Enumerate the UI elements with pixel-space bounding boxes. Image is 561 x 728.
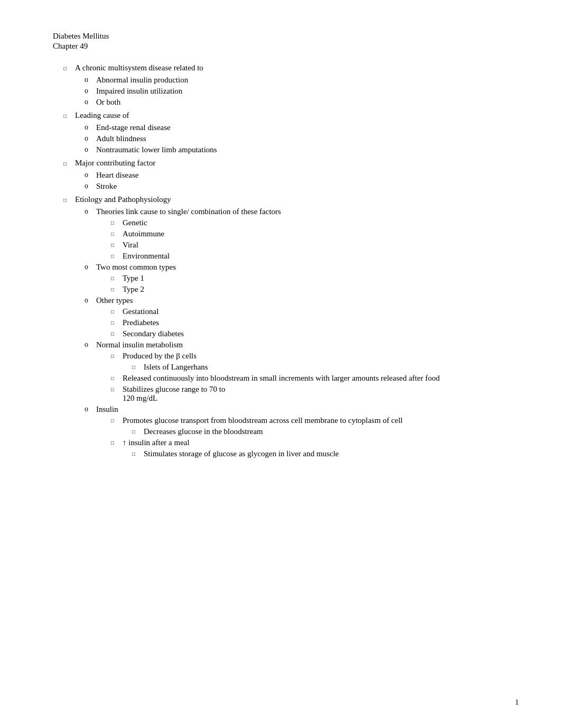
list-item: □ Promotes glucose transport from bloods…	[111, 416, 519, 425]
item-text: Theories link cause to single/ combinati…	[96, 207, 519, 216]
bullet-l2: o	[85, 171, 96, 180]
list-item: □ Viral	[111, 241, 519, 250]
item-text: Nontraumatic lower limb amputations	[96, 145, 519, 154]
list-item: □ Stabilizes glucose range to 70 to120 m…	[111, 385, 519, 403]
item-text: Autoimmune	[123, 229, 519, 238]
document-title: Diabetes Mellitus	[53, 32, 519, 41]
list-item: □ Leading cause of	[63, 111, 519, 120]
list-item: □ Gestational	[111, 307, 519, 316]
list-item: o Heart disease	[85, 171, 519, 180]
item-text: Other types	[96, 296, 519, 305]
bullet-l3: □	[111, 374, 123, 383]
list-item: o Stroke	[85, 182, 519, 191]
item-text: Secondary diabetes	[123, 329, 519, 338]
list-item: □ Produced by the β cells	[111, 352, 519, 361]
list-item: □ Type 2	[111, 285, 519, 294]
item-text: Prediabetes	[123, 318, 519, 327]
bullet-l3: □	[111, 318, 123, 327]
item-text: Islets of Langerhans	[144, 363, 519, 372]
section-text: Leading cause of	[75, 111, 519, 120]
bullet-l3: □	[111, 307, 123, 316]
list-item: □ Decreases glucose in the bloodstream	[132, 427, 519, 436]
item-text: Stimulates storage of glucose as glycoge…	[144, 449, 519, 458]
item-text: Released continuously into bloodstream i…	[123, 374, 519, 383]
list-item: o Adult blindness	[85, 134, 519, 143]
bullet-l3: □	[111, 385, 123, 403]
list-item: □ Environmental	[111, 252, 519, 261]
item-text: Stroke	[96, 182, 519, 191]
list-item: □ Secondary diabetes	[111, 329, 519, 338]
bullet-l1: □	[63, 195, 75, 204]
list-item: o Nontraumatic lower limb amputations	[85, 145, 519, 154]
list-item: o Insulin	[85, 405, 519, 414]
bullet-l2: o	[85, 182, 96, 191]
bullet-l2: o	[85, 296, 96, 305]
item-text: Decreases glucose in the bloodstream	[144, 427, 519, 436]
item-text: Abnormal insulin production	[96, 76, 519, 85]
list-item: □ Prediabetes	[111, 318, 519, 327]
bullet-l1: □	[63, 63, 75, 72]
item-text: Genetic	[123, 218, 519, 227]
item-text: Heart disease	[96, 171, 519, 180]
list-item: o Or both	[85, 98, 519, 107]
item-text: Type 2	[123, 285, 519, 294]
bullet-l3: □	[111, 285, 123, 294]
bullet-l4: □	[132, 427, 144, 436]
list-item: □ Autoimmune	[111, 229, 519, 238]
list-item: □ Type 1	[111, 274, 519, 283]
list-item: □ Islets of Langerhans	[132, 363, 519, 372]
bullet-l2: o	[85, 123, 96, 132]
item-text: ↑ insulin after a meal	[123, 438, 519, 447]
document-subtitle: Chapter 49	[53, 42, 519, 51]
list-item: o Normal insulin metabolism	[85, 340, 519, 349]
bullet-l3: □	[111, 241, 123, 250]
item-text: Stabilizes glucose range to 70 to120 mg/…	[123, 385, 519, 403]
bullet-l2: o	[85, 145, 96, 154]
section-text: Etiology and Pathophysiology	[75, 195, 519, 204]
list-item: □ Genetic	[111, 218, 519, 227]
bullet-l3: □	[111, 218, 123, 227]
bullet-l2: o	[85, 340, 96, 349]
bullet-l2: o	[85, 263, 96, 272]
item-text: Two most common types	[96, 263, 519, 272]
bullet-l2: o	[85, 87, 96, 96]
item-text: Promotes glucose transport from bloodstr…	[123, 416, 519, 425]
item-text: Gestational	[123, 307, 519, 316]
item-text: Environmental	[123, 252, 519, 261]
item-text: Impaired insulin utilization	[96, 87, 519, 96]
bullet-l2: o	[85, 98, 96, 107]
item-text: Insulin	[96, 405, 519, 414]
bullet-l4: □	[132, 449, 144, 458]
list-item: o Other types	[85, 296, 519, 305]
bullet-l3: □	[111, 352, 123, 361]
bullet-l2: o	[85, 405, 96, 414]
list-item: □ Major contributing factor	[63, 159, 519, 168]
list-item: □ ↑ insulin after a meal	[111, 438, 519, 447]
list-item: □ A chronic multisystem disease related …	[63, 63, 519, 72]
list-item: □ Released continuously into bloodstream…	[111, 374, 519, 383]
item-text: Or both	[96, 98, 519, 107]
bullet-l4: □	[132, 363, 144, 372]
bullet-l1: □	[63, 159, 75, 168]
item-text: Produced by the β cells	[123, 352, 519, 361]
list-item: □ Etiology and Pathophysiology	[63, 195, 519, 204]
item-text: End-stage renal disease	[96, 123, 519, 132]
bullet-l3: □	[111, 252, 123, 261]
list-item: o End-stage renal disease	[85, 123, 519, 132]
bullet-l3: □	[111, 274, 123, 283]
bullet-l3: □	[111, 416, 123, 425]
page-number: 1	[515, 698, 519, 707]
section-text: Major contributing factor	[75, 159, 519, 168]
bullet-l2: o	[85, 76, 96, 85]
item-text: Adult blindness	[96, 134, 519, 143]
list-item: o Theories link cause to single/ combina…	[85, 207, 519, 216]
bullet-l1: □	[63, 111, 75, 120]
list-item: o Two most common types	[85, 263, 519, 272]
bullet-l2: o	[85, 207, 96, 216]
bullet-l3: □	[111, 229, 123, 238]
list-item: o Impaired insulin utilization	[85, 87, 519, 96]
main-content: □ A chronic multisystem disease related …	[53, 63, 519, 458]
item-text: Type 1	[123, 274, 519, 283]
bullet-l3: □	[111, 329, 123, 338]
bullet-l2: o	[85, 134, 96, 143]
